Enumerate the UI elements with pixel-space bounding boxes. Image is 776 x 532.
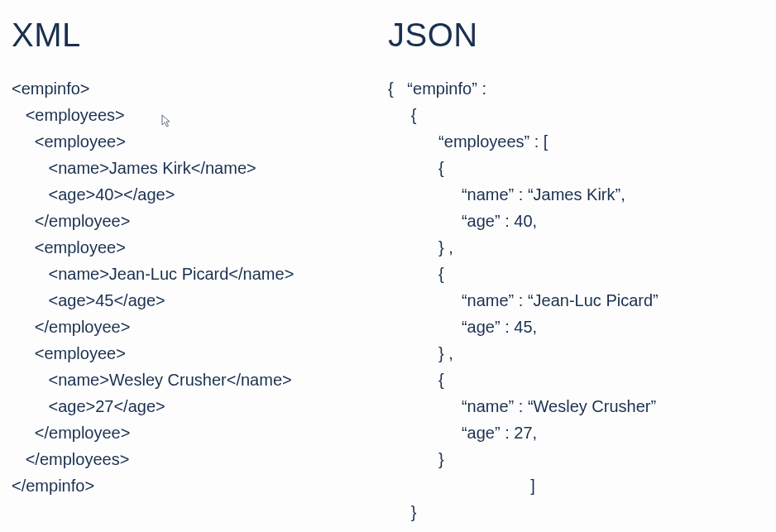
comparison-container: XML <empinfo> <employees> <employee> <na…	[0, 0, 776, 532]
json-column: JSON { “empinfo” : { “employees” : [ { “…	[388, 17, 764, 532]
code-line: {	[388, 155, 764, 181]
code-line: <employee>	[12, 340, 388, 367]
code-line: <name>Wesley Crusher</name>	[12, 367, 388, 393]
code-line: <age>45</age>	[12, 287, 388, 314]
code-line: <employees>	[12, 102, 388, 128]
code-line: {	[388, 367, 764, 393]
code-line: }	[388, 499, 764, 525]
code-line: “age” : 45,	[388, 314, 764, 340]
code-line: <age>40></age>	[12, 181, 388, 208]
code-line: “name” : “James Kirk”,	[388, 181, 764, 208]
code-line: ]	[388, 472, 764, 499]
xml-heading: XML	[12, 17, 388, 54]
code-line: } ,	[388, 340, 764, 367]
code-line: {	[388, 261, 764, 287]
code-line: } ,	[388, 234, 764, 261]
xml-column: XML <empinfo> <employees> <employee> <na…	[12, 17, 388, 532]
code-line: </employee>	[12, 419, 388, 446]
code-line: <name>James Kirk</name>	[12, 155, 388, 181]
code-line: “name” : “Wesley Crusher”	[388, 393, 764, 419]
code-line: “age” : 40,	[388, 208, 764, 234]
code-line: }	[388, 446, 764, 472]
xml-code-block: <empinfo> <employees> <employee> <name>J…	[12, 75, 388, 499]
code-line: “name” : “Jean-Luc Picard”	[388, 287, 764, 314]
code-line: <age>27</age>	[12, 393, 388, 419]
json-heading: JSON	[388, 17, 764, 54]
code-line: {	[388, 102, 764, 128]
code-line: </employee>	[12, 314, 388, 340]
code-line: <employee>	[12, 234, 388, 261]
code-line: </empinfo>	[12, 472, 388, 499]
code-line: “employees” : [	[388, 128, 764, 155]
code-line: </employee>	[12, 208, 388, 234]
code-line: { “empinfo” :	[388, 75, 764, 102]
code-line: <employee>	[12, 128, 388, 155]
code-line: }	[388, 525, 764, 532]
code-line: </employees>	[12, 446, 388, 472]
code-line: “age” : 27,	[388, 419, 764, 446]
code-line: <empinfo>	[12, 75, 388, 102]
json-code-block: { “empinfo” : { “employees” : [ { “name”…	[388, 75, 764, 532]
code-line: <name>Jean-Luc Picard</name>	[12, 261, 388, 287]
